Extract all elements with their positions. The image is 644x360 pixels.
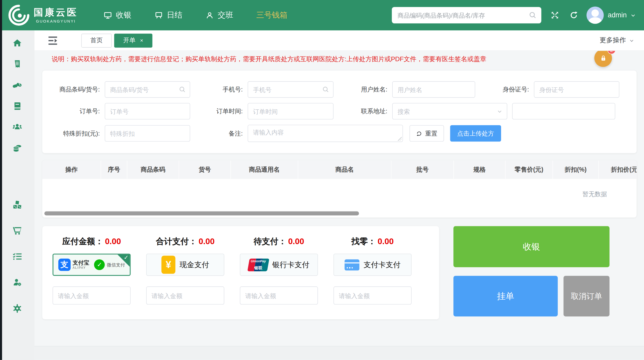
order-time-input[interactable] <box>248 103 334 119</box>
table-body: 暂无数据 <box>42 179 636 212</box>
cart-icon <box>12 225 22 236</box>
checklist-icon <box>12 251 22 262</box>
cash-label: 现金支付 <box>179 260 209 270</box>
nav-cashbox[interactable]: 三号钱箱 <box>256 10 287 20</box>
sidebar <box>0 30 34 360</box>
sidebar-item-tasks[interactable] <box>12 252 22 262</box>
coins-icon <box>12 143 22 153</box>
username-input[interactable] <box>392 81 475 98</box>
hold-order-button[interactable]: 挂单 <box>453 276 558 316</box>
alipay-sublabel: ALIPAY <box>73 266 89 270</box>
address-label: 联系地址: <box>334 107 392 115</box>
idcard-input[interactable] <box>534 81 619 98</box>
pay-card-amount-input[interactable] <box>334 286 412 305</box>
alipay-wechat-amount-input[interactable] <box>53 286 131 305</box>
change-label: 找零： <box>351 236 376 247</box>
barcode-input[interactable] <box>105 81 190 98</box>
nav-shift-change[interactable]: 交班 <box>205 10 233 20</box>
tab-close-icon[interactable]: × <box>140 37 143 44</box>
nav-shift-label: 交班 <box>218 10 233 20</box>
prescription-notice: 说明：购买双轨制处方药，需要进行信息登记；购买单轨制处方药，需要开具纸质处方或互… <box>52 55 487 63</box>
tab-billing-label: 开单 <box>123 37 136 44</box>
special-discount-input[interactable] <box>105 125 190 142</box>
address-select[interactable] <box>392 103 507 119</box>
method-alipay-wechat[interactable]: 支 支付宝 ALIPAY ✓ 微信支付 ✓ <box>53 254 131 276</box>
nav-daily-settle[interactable]: 日结 <box>154 10 182 20</box>
collapse-menu-icon[interactable] <box>49 36 59 45</box>
monitor-icon <box>103 11 112 19</box>
nav-cashbox-label: 三号钱箱 <box>256 10 287 20</box>
credit-card-icon <box>345 259 359 270</box>
home-icon <box>12 38 22 48</box>
remark-textarea[interactable] <box>248 125 403 142</box>
method-cash[interactable]: ¥ 现金支付 <box>146 254 224 276</box>
col-spec: 规格 <box>454 160 506 179</box>
nav-cashier-label: 收银 <box>116 10 131 20</box>
nav-cashier[interactable]: 收银 <box>103 10 131 20</box>
sidebar-item-staff[interactable] <box>12 277 22 287</box>
cash-icon: ¥ <box>161 256 175 274</box>
notification-badge: 2 <box>607 51 616 54</box>
footer-strip <box>34 346 644 360</box>
lock-icon <box>599 54 607 62</box>
more-actions-dropdown[interactable]: 更多操作 <box>600 36 634 45</box>
bank-card-amount-input[interactable] <box>240 286 318 305</box>
upload-prescription-button[interactable]: 点击上传处方 <box>450 125 501 142</box>
person-icon <box>205 11 214 19</box>
pending-label: 待支付： <box>254 236 287 247</box>
cash-amount-input[interactable] <box>146 286 224 305</box>
sidebar-item-medicine[interactable] <box>12 80 22 90</box>
phone-input[interactable] <box>248 81 334 98</box>
payment-methods-row: 支 支付宝 ALIPAY ✓ 微信支付 ✓ <box>53 254 439 276</box>
search-icon <box>179 86 186 93</box>
sidebar-item-members[interactable] <box>12 122 22 132</box>
cashbox-float-button[interactable]: 2 <box>594 51 612 67</box>
method-pay-card[interactable]: 支付卡支付 <box>334 254 412 276</box>
alipay-label: 支付宝 <box>73 260 89 265</box>
refresh-icon[interactable] <box>569 11 578 20</box>
horizontal-scrollbar[interactable] <box>44 211 359 216</box>
payment-panel: 应付金额： 0.00 合计支付： 0.00 待支付： 0.00 找零： <box>42 226 439 319</box>
nav-daily-label: 日结 <box>167 10 182 20</box>
fullscreen-icon[interactable] <box>550 11 559 20</box>
sidebar-item-finance[interactable] <box>12 143 22 153</box>
sidebar-item-settings[interactable] <box>12 303 22 313</box>
barcode-label: 商品条码/货号: <box>51 86 105 93</box>
sidebar-item-home[interactable] <box>12 38 22 48</box>
col-operation: 操作 <box>42 160 101 179</box>
sidebar-item-records[interactable] <box>12 101 22 111</box>
phone-label: 手机号: <box>190 86 248 93</box>
pay-card-label: 支付卡支付 <box>363 260 400 270</box>
reset-button[interactable]: 重置 <box>410 125 444 142</box>
tab-billing[interactable]: 开单 × <box>114 33 152 47</box>
tab-home[interactable]: 首页 <box>81 33 112 47</box>
address-detail-input[interactable] <box>512 103 615 119</box>
order-no-input[interactable] <box>105 103 190 119</box>
billing-content: 说明：购买双轨制处方药，需要进行信息登记；购买单轨制处方药，需要开具纸质处方或互… <box>34 51 644 360</box>
due-label: 应付金额： <box>62 236 103 247</box>
sidebar-item-purchase[interactable] <box>12 226 22 236</box>
col-discount: 折扣(%) <box>553 160 599 179</box>
search-icon[interactable] <box>529 11 537 19</box>
idcard-label: 身份证号: <box>475 86 534 93</box>
wechat-pay-icon: ✓ <box>94 259 105 270</box>
board-icon <box>154 11 163 19</box>
sidebar-item-inventory[interactable] <box>12 200 22 210</box>
special-discount-label: 特殊折扣(元): <box>51 130 105 137</box>
bank-card-label: 银行卡支付 <box>272 260 309 270</box>
user-menu[interactable]: admin <box>608 11 636 19</box>
col-discount-price: 折扣价(元) <box>599 160 637 179</box>
header-icons <box>550 11 578 20</box>
checkout-button[interactable]: 收银 <box>453 226 610 267</box>
cancel-order-button[interactable]: 取消订单 <box>564 276 610 316</box>
method-bank-card[interactable]: UnionPay 银联 银行卡支付 <box>240 254 318 276</box>
col-retail-price: 零售价(元) <box>505 160 553 179</box>
brand-name-cn: 国康云医 <box>34 7 78 18</box>
header-search <box>392 7 541 23</box>
order-items-table: 操作 序号 商品条码 货号 商品通用名 商品名 批号 规格 零售价(元) 折扣(… <box>42 160 636 217</box>
app-viewport: 国康云医 GUOKANGYUNYI 收银 日结 <box>0 0 644 360</box>
window-edge <box>0 0 2 360</box>
sidebar-item-orders[interactable] <box>12 59 22 69</box>
global-search-input[interactable] <box>392 7 541 23</box>
avatar[interactable] <box>586 6 604 24</box>
